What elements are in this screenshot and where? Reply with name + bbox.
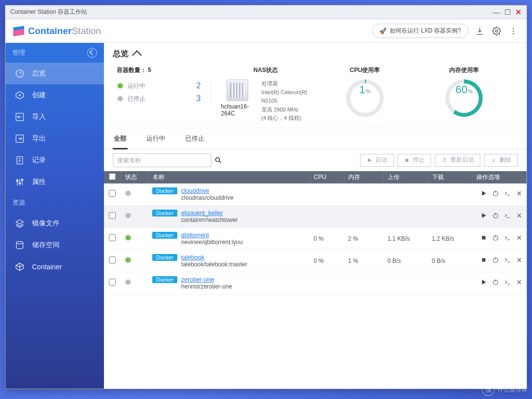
cell-cpu [310,272,344,294]
download-icon[interactable] [474,26,485,36]
row-power-icon[interactable] [492,256,499,265]
table-row[interactable]: Dockerqbittorrentnevinee/qbittorrent:iyu… [104,227,527,250]
watermark: 值 什么值得买 [482,383,527,396]
sidebar-item-disk[interactable]: 储存空间 [5,234,104,256]
row-close-icon[interactable] [516,234,523,243]
sidebar-collapse-icon[interactable] [87,48,97,58]
row-close-icon[interactable] [516,279,523,287]
sidebar-item-sliders[interactable]: 属性 [5,171,104,193]
sidebar-item-cube[interactable]: Container [5,256,104,278]
row-primary-action[interactable] [480,256,487,265]
search-box [113,153,225,167]
window-maximize[interactable]: ☐ [502,8,513,17]
import-icon [14,111,25,122]
cell-mem: 2 % [344,227,384,250]
row-terminal-icon[interactable] [504,279,511,287]
row-primary-action[interactable] [480,279,487,287]
start-button[interactable]: 启动 [360,154,394,167]
svg-point-3 [513,33,514,34]
stop-button[interactable]: 停止 [398,154,431,167]
nas-info: 处理器 Intel(R) Celeron(R) N5105 至高 2900 MH… [262,79,310,123]
container-name-link[interactable]: talebook [181,254,204,261]
sidebar-item-import[interactable]: 导入 [5,106,104,128]
container-image: containrrr/watchtower [181,217,238,223]
container-count: 5 [148,67,151,73]
container-table: 状态 名称 CPU 内存 上传 下载 操作选项 Dockerclouddrive… [104,171,527,294]
row-power-icon[interactable] [492,212,499,220]
row-checkbox[interactable] [109,212,116,219]
sidebar-section-resource: 资源 [5,193,104,213]
svg-point-9 [19,182,20,184]
gear-icon[interactable] [491,26,502,36]
col-ops[interactable]: 操作选项 [472,171,527,183]
sidebar-item-log[interactable]: 记录 [5,149,104,171]
sidebar-item-export[interactable]: 导出 [5,128,104,149]
sidebar-item-label: Container [32,263,62,271]
main-content: 总览 容器数量： 5 运行中 2 [104,43,527,389]
col-status[interactable]: 状态 [121,171,148,183]
window-minimize[interactable]: — [491,8,502,16]
container-name-link[interactable]: qbittorrent [181,232,209,239]
select-all-checkbox[interactable] [109,173,116,180]
mem-usage-label: 内存使用率 [415,66,514,74]
col-upload[interactable]: 上传 [384,171,428,183]
nas-status-label: NAS状态 [216,66,316,74]
table-row[interactable]: Dockerzerotier-onehenrist/zerotier-one [104,272,527,294]
container-count-label: 容器数量： [117,67,146,73]
row-power-icon[interactable] [492,279,499,287]
row-close-icon[interactable] [516,256,523,265]
search-icon[interactable] [211,153,225,167]
tab-all[interactable]: 全部 [113,131,128,149]
more-icon[interactable] [508,26,519,36]
status-icon [125,279,132,286]
page-title: 总览 [113,49,129,59]
tab-running[interactable]: 运行中 [145,131,166,149]
row-primary-action[interactable] [480,234,487,243]
table-row[interactable]: Dockertalebooktalebook/talebook:master0 … [104,250,527,272]
row-primary-action[interactable] [480,212,487,220]
window-close[interactable]: ✕ [513,8,524,17]
sidebar-item-dashboard[interactable]: 总览 [5,63,104,84]
remove-button[interactable]: 删除 [484,154,518,167]
row-power-icon[interactable] [492,190,499,198]
row-terminal-icon[interactable] [504,190,511,198]
filter-tabs: 全部 运行中 已停止 [104,128,527,149]
svg-point-12 [216,158,220,162]
chevron-up-icon[interactable] [132,50,142,60]
container-name-link[interactable]: zerotier-one [181,276,214,283]
row-power-icon[interactable] [492,234,499,243]
container-name-link[interactable]: clouddrive [181,187,209,194]
col-name[interactable]: 名称 [148,171,310,183]
row-primary-action[interactable] [480,190,487,198]
sidebar-item-plus[interactable]: 创建 [5,84,104,106]
log-icon [14,155,25,166]
logo-mark-icon [13,27,24,36]
row-terminal-icon[interactable] [504,212,511,220]
sidebar-item-layers[interactable]: 镜像文件 [5,213,104,234]
row-close-icon[interactable] [516,212,523,220]
row-checkbox[interactable] [109,190,116,197]
status-icon [125,212,132,219]
search-input[interactable] [113,153,211,167]
row-checkbox[interactable] [109,256,116,263]
col-mem[interactable]: 内存 [344,171,384,183]
row-terminal-icon[interactable] [504,234,511,243]
col-download[interactable]: 下载 [428,171,472,183]
type-badge: Docker [152,232,177,239]
row-checkbox[interactable] [109,234,116,241]
col-cpu[interactable]: CPU [310,171,344,183]
cube-running-icon [117,82,124,89]
disk-icon [14,240,25,251]
table-row[interactable]: Dockereloquent_kellercontainrrr/watchtow… [104,205,527,227]
cell-mem: 1 % [344,250,384,272]
restart-button[interactable]: 重新启动 [435,154,480,167]
row-checkbox[interactable] [109,279,116,286]
row-terminal-icon[interactable] [504,256,511,265]
col-checkbox[interactable] [104,171,121,183]
row-close-icon[interactable] [516,190,523,198]
cube-icon [14,261,25,272]
help-pill[interactable]: 🚀 如何在运行 LXD 容器实例? [372,24,468,38]
container-name-link[interactable]: eloquent_keller [181,210,223,217]
tab-stopped[interactable]: 已停止 [184,131,205,149]
table-row[interactable]: Dockerclouddrivecloudnas/clouddrive [104,183,527,206]
